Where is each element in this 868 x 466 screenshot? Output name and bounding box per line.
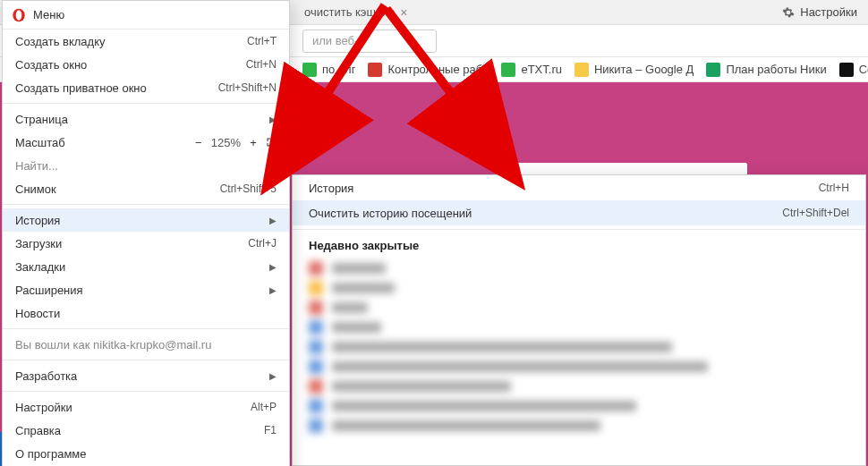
settings-label: Настройки xyxy=(800,5,857,19)
recent-items-blurred xyxy=(293,258,865,436)
menu-item-settings[interactable]: Настройки Alt+P xyxy=(3,395,289,419)
menu-title: Меню xyxy=(33,8,64,21)
menu-item-bookmarks[interactable]: Закладки ▶ xyxy=(3,255,289,278)
svg-point-1 xyxy=(16,10,22,20)
menu-header: Меню xyxy=(3,1,289,30)
bookmark-item-2[interactable]: eTXT.ru xyxy=(501,63,562,77)
menu-item-downloads[interactable]: Загрузки Ctrl+J xyxy=(3,232,289,255)
menu-item-dev[interactable]: Разработка ▶ xyxy=(3,364,289,387)
chevron-right-icon: ▶ xyxy=(269,262,277,272)
menu-item-page[interactable]: Страница ▶ xyxy=(3,107,289,131)
chevron-right-icon: ▶ xyxy=(269,114,277,124)
menu-item-account[interactable]: Вы вошли как nikitka-krupko@mail.ru xyxy=(3,333,289,356)
menu-item-2[interactable]: Создать приватное окноCtrl+Shift+N xyxy=(3,76,289,99)
gear-icon xyxy=(782,6,795,19)
submenu-item-clear-history[interactable]: Очистить историю посещений Ctrl+Shift+De… xyxy=(293,200,865,225)
menu-item-zoom: Масштаб − 125% + xyxy=(3,131,289,154)
history-submenu: История Ctrl+H Очистить историю посещени… xyxy=(292,174,866,466)
bookmark-favicon xyxy=(302,63,317,77)
zoom-in-button[interactable]: + xyxy=(246,136,260,149)
opera-icon xyxy=(12,8,26,22)
menu-item-news[interactable]: Новости xyxy=(3,301,289,325)
fullscreen-icon[interactable] xyxy=(266,137,277,148)
menu-item-0[interactable]: Создать вкладкуCtrl+T xyxy=(3,30,289,53)
chevron-right-icon: ▶ xyxy=(269,371,277,381)
menu-item-1[interactable]: Создать окноCtrl+N xyxy=(3,53,289,76)
bookmark-item-1[interactable]: Контрольные рабо xyxy=(368,63,489,77)
menu-item-snapshot[interactable]: Снимок Ctrl+Shift+5 xyxy=(3,177,289,200)
tab-close-icon[interactable]: × xyxy=(400,6,407,19)
submenu-item-history[interactable]: История Ctrl+H xyxy=(293,175,865,200)
bookmark-favicon xyxy=(574,63,589,77)
menu-item-find[interactable]: Найти... xyxy=(3,154,289,177)
bookmark-favicon xyxy=(706,63,720,77)
bookmark-favicon xyxy=(368,63,382,77)
bookmark-item-0[interactable]: по алг xyxy=(302,63,355,77)
bookmark-favicon xyxy=(839,63,854,77)
active-tab[interactable]: очистить кэш в о × xyxy=(295,0,416,24)
menu-item-history[interactable]: История ▶ xyxy=(3,208,289,232)
menu-item-extensions[interactable]: Расширения ▶ xyxy=(3,278,289,301)
bookmark-item-5[interactable]: Се xyxy=(839,63,868,77)
bookmark-favicon xyxy=(501,63,515,77)
zoom-out-button[interactable]: − xyxy=(191,136,206,149)
zoom-value: 125% xyxy=(211,136,241,149)
menu-item-about[interactable]: О программе xyxy=(3,442,289,465)
tab-title: очистить кэш в о xyxy=(304,5,395,19)
menu-item-help[interactable]: Справка F1 xyxy=(3,419,289,442)
settings-button[interactable]: Настройки xyxy=(771,0,868,24)
bookmark-item-4[interactable]: План работы Ники xyxy=(706,63,826,77)
main-menu: Меню Создать вкладкуCtrl+TСоздать окноCt… xyxy=(2,0,290,466)
address-input[interactable]: или веб-а xyxy=(302,30,437,53)
chevron-right-icon: ▶ xyxy=(269,285,277,295)
chevron-right-icon: ▶ xyxy=(269,216,277,225)
submenu-recent-heading: Недавно закрытые xyxy=(293,233,865,258)
bookmark-item-3[interactable]: Никита – Google Д xyxy=(574,63,694,77)
